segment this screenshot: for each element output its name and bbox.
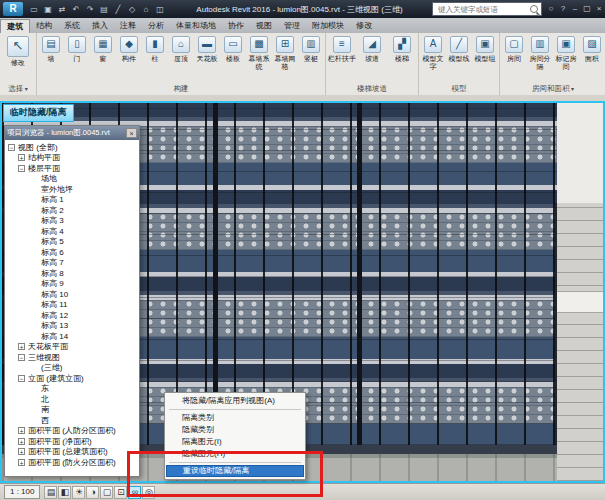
redo-icon[interactable]: ↷ [84,3,96,16]
tree-item[interactable]: 标高 13 [5,321,139,332]
ribbon-tool[interactable]: ⌂ 屋顶 [168,34,194,63]
tree-expander-icon[interactable] [31,175,38,182]
tree-expander-icon[interactable] [31,406,38,413]
ribbon-tool[interactable]: ≡ 栏杆扶手 [327,34,357,63]
ribbon-tool[interactable]: ▥ 竖梃 [298,34,324,63]
tree-item[interactable]: + 面积平面 (净面积) [5,436,139,447]
ribbon-tool[interactable]: ▢ 房间 [501,34,527,63]
tree-item[interactable]: + 面积平面 (总建筑面积) [5,447,139,458]
tree-item[interactable]: 室外地坪 [5,184,139,195]
tree-expander-icon[interactable] [31,333,38,340]
close-icon[interactable]: × [126,128,137,138]
tree-expander-icon[interactable] [31,396,38,403]
context-menu-item[interactable]: 隔离图元(I) [166,436,304,448]
tree-item[interactable]: + 结构平面 [5,153,139,164]
tree-item[interactable]: − 三维视图 [5,352,139,363]
open-icon[interactable]: ▭ [28,3,40,16]
tree-expander-icon[interactable] [31,196,38,203]
visual-style-icon[interactable]: ◧ [58,486,71,499]
ribbon-tool[interactable]: ⊞ 幕墙网格 [272,34,298,71]
view-scale[interactable]: 1 : 100 [4,485,40,499]
tree-item[interactable]: + 面积平面 (人防分区面积) [5,426,139,437]
shadows-icon[interactable]: ◑ [86,486,99,499]
tree-expander-icon[interactable] [31,312,38,319]
tree-item[interactable]: 标高 7 [5,258,139,269]
tree-item[interactable]: − 立面 (建筑立面) [5,373,139,384]
tree-expander-icon[interactable]: + [18,154,25,161]
tree-item[interactable]: − 视图 (全部) [5,142,139,153]
undo-icon[interactable]: ↶ [70,3,82,16]
tree-expander-icon[interactable]: + [18,427,25,434]
minimize-icon[interactable]: – [569,2,581,16]
tree-expander-icon[interactable]: − [18,375,25,382]
ribbon-tab[interactable]: 注释 [114,19,142,33]
ribbon-tool[interactable]: ▮ 柱 [142,34,168,63]
tree-expander-icon[interactable] [31,322,38,329]
show-crop-region-icon[interactable]: ⊡ [114,486,127,499]
tree-item[interactable]: 标高 5 [5,237,139,248]
tree-expander-icon[interactable] [31,238,38,245]
signin-icon[interactable]: ○ [545,2,557,16]
tree-expander-icon[interactable]: + [18,438,25,445]
ribbon-tool[interactable]: ↖ 修改 [1,34,35,67]
tree-item[interactable]: (三维) [5,363,139,374]
tree-expander-icon[interactable]: + [18,459,25,466]
tree-expander-icon[interactable] [31,249,38,256]
tree-expander-icon[interactable] [31,291,38,298]
ribbon-tool[interactable]: ▦ 窗 [90,34,116,63]
tree-expander-icon[interactable] [31,364,38,371]
tree-item[interactable]: 南 [5,405,139,416]
ribbon-tool[interactable]: ▣ 标记房间 [553,34,579,71]
tree-expander-icon[interactable] [31,385,38,392]
search-input[interactable] [436,3,528,15]
detail-level-icon[interactable]: ▤ [44,486,57,499]
maximize-icon[interactable]: ▢ [581,2,593,16]
context-menu-item[interactable]: 将隐藏/隔离应用到视图(A) [166,395,304,407]
tree-expander-icon[interactable]: − [8,144,15,151]
context-menu-item[interactable]: 隔离类别 [166,412,304,424]
ribbon-tab[interactable]: 系统 [58,19,86,33]
ribbon-tool[interactable]: ▯ 门 [64,34,90,63]
ribbon-tool[interactable]: ◢ 坡道 [357,34,387,63]
context-menu-item[interactable] [166,460,304,465]
tree-item[interactable]: − 楼层平面 [5,163,139,174]
tree-item[interactable]: 东 [5,384,139,395]
tree-item[interactable]: 标高 9 [5,279,139,290]
close-icon[interactable]: × [593,2,605,16]
ribbon-tab[interactable]: 分析 [142,19,170,33]
ribbon-tab[interactable]: 视图 [250,19,278,33]
context-menu-item[interactable]: 隐藏类别 [166,424,304,436]
save-icon[interactable]: ▣ [42,3,54,16]
tree-expander-icon[interactable] [31,259,38,266]
ribbon-tab[interactable]: 体量和场地 [170,19,222,33]
tree-expander-icon[interactable]: + [18,448,25,455]
tree-item[interactable]: 标高 11 [5,300,139,311]
reveal-hidden-elements-icon[interactable]: ◎ [142,486,155,499]
ribbon-tool[interactable]: ▤ 墙 [38,34,64,63]
ribbon-tool[interactable]: ▣ 模型组 [472,34,498,63]
tree-item[interactable]: 场地 [5,174,139,185]
tag-icon[interactable]: ◇ [126,3,138,16]
project-browser-header[interactable]: 项目浏览器 - lumion图.0045.rvt × [5,126,139,140]
tree-item[interactable]: 标高 10 [5,289,139,300]
tree-item[interactable]: + 天花板平面 [5,342,139,353]
tree-item[interactable]: 西 [5,415,139,426]
ribbon-tab[interactable]: 修改 [350,19,378,33]
ribbon-tab[interactable]: 协作 [222,19,250,33]
ribbon-tool[interactable]: ◆ 构件 [116,34,142,63]
3d-view-icon[interactable]: ⌂ [140,3,152,16]
ribbon-tab[interactable]: 附加模块 [306,19,350,33]
revit-logo-icon[interactable]: R [3,2,23,16]
crop-view-icon[interactable]: ▢ [100,486,113,499]
sync-icon[interactable]: ⇄ [56,3,68,16]
tree-expander-icon[interactable]: − [18,354,25,361]
context-menu-item[interactable]: 重设临时隐藏/隔离 [166,465,304,477]
tree-item[interactable]: 标高 6 [5,247,139,258]
tree-expander-icon[interactable] [31,280,38,287]
tree-expander-icon[interactable] [31,301,38,308]
tree-expander-icon[interactable] [31,417,38,424]
temporary-hide-isolate-icon[interactable]: ∞ [128,486,141,499]
ribbon-tool[interactable]: ╱ 模型线 [446,34,472,63]
search-icon[interactable] [530,5,538,13]
tree-expander-icon[interactable] [31,217,38,224]
